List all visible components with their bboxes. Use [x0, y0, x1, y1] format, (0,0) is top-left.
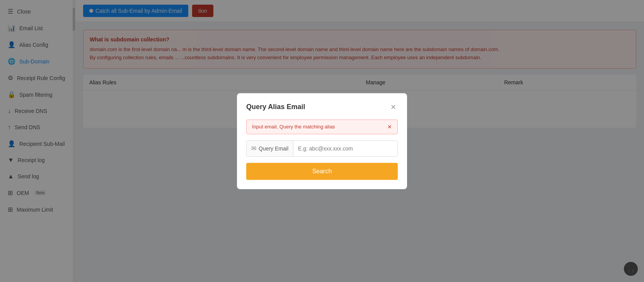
modal-alert: Input email, Query the matching alias ✕ [246, 120, 398, 134]
email-prefix-icon: ✉ [251, 145, 256, 152]
alert-text: Input email, Query the matching alias [252, 124, 335, 130]
search-prefix-label: Query Email [259, 145, 288, 152]
search-button[interactable]: Search [246, 163, 398, 180]
alert-close-button[interactable]: ✕ [387, 124, 392, 130]
search-row: ✉ Query Email [246, 140, 398, 157]
search-input[interactable] [293, 141, 397, 156]
modal: Query Alias Email ✕ Input email, Query t… [237, 93, 407, 189]
modal-title: Query Alias Email [246, 103, 305, 111]
modal-overlay[interactable]: Query Alias Email ✕ Input email, Query t… [0, 0, 644, 282]
search-btn-label: Search [312, 168, 332, 174]
close-icon: ✕ [390, 103, 396, 111]
modal-close-button[interactable]: ✕ [388, 103, 398, 112]
modal-header: Query Alias Email ✕ [246, 103, 398, 112]
search-prefix: ✉ Query Email [247, 141, 293, 156]
